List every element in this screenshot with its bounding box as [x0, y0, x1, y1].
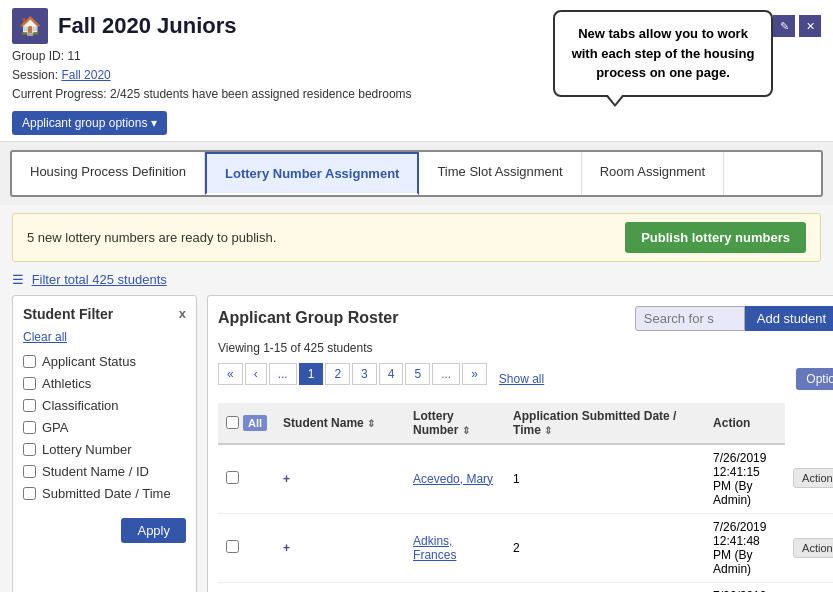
submitted-date-2: 7/26/2019 12:42:20 PM (By Admin): [705, 582, 785, 592]
tabs-row: Housing Process Definition Lottery Numbe…: [12, 152, 821, 195]
student-link-0[interactable]: Acevedo, Mary: [413, 472, 493, 486]
notice-text: 5 new lottery numbers are ready to publi…: [27, 230, 276, 245]
filter-item-submitted-date: Submitted Date / Time: [23, 486, 186, 501]
lottery-number-checkbox[interactable]: [23, 443, 36, 456]
row-expand-0[interactable]: +: [283, 472, 290, 486]
col-header-action: Action: [705, 403, 785, 444]
roster-table: All Student Name Lottery Number Applicat…: [218, 403, 833, 592]
tooltip-bubble: New tabs allow you to work with each ste…: [553, 10, 773, 97]
table-row: +Acevedo, Mary17/26/2019 12:41:15 PM (By…: [218, 444, 833, 514]
tab-lottery-number[interactable]: Lottery Number Assignment: [205, 152, 419, 195]
group-id-label: Group ID:: [12, 49, 64, 63]
col-header-date[interactable]: Application Submitted Date / Time: [505, 403, 705, 444]
pagination-right: Options ▾: [796, 368, 833, 390]
edit-button[interactable]: ✎: [773, 15, 795, 37]
tooltip-text: New tabs allow you to work with each ste…: [572, 26, 755, 80]
applicant-status-checkbox[interactable]: [23, 355, 36, 368]
actions-button-1[interactable]: Actions: [793, 538, 833, 558]
row-checkbox-1[interactable]: [226, 540, 239, 553]
classification-checkbox[interactable]: [23, 399, 36, 412]
group-id-value: 11: [67, 49, 80, 63]
filter-panel: Student Filter x Clear all Applicant Sta…: [12, 295, 197, 592]
page-4-button[interactable]: 4: [379, 363, 404, 385]
filter-item-applicant-status: Applicant Status: [23, 354, 186, 369]
page-3-button[interactable]: 3: [352, 363, 377, 385]
page-2-button[interactable]: 2: [325, 363, 350, 385]
table-row: +Aguilar, Sol37/26/2019 12:42:20 PM (By …: [218, 582, 833, 592]
apply-filter-button[interactable]: Apply: [121, 518, 186, 543]
row-checkbox-0[interactable]: [226, 471, 239, 484]
filter-icon: ☰: [12, 272, 24, 287]
lottery-number-2: 3: [505, 582, 705, 592]
app-icon: 🏠: [12, 8, 48, 44]
close-button[interactable]: ✕: [799, 15, 821, 37]
tabs-section: Housing Process Definition Lottery Numbe…: [10, 150, 823, 197]
filter-item-gpa: GPA: [23, 420, 186, 435]
student-link-1[interactable]: Adkins, Frances: [413, 534, 456, 562]
row-expand-1[interactable]: +: [283, 541, 290, 555]
roster-header: Applicant Group Roster Add student ▼: [218, 306, 833, 331]
page-5-button[interactable]: 5: [405, 363, 430, 385]
page-1-button[interactable]: 1: [299, 363, 324, 385]
filter-title: Student Filter: [23, 306, 113, 322]
filter-link-row: ☰ Filter total 425 students: [12, 272, 821, 287]
roster-search-area: Add student ▼: [635, 306, 833, 331]
col-header-name[interactable]: Student Name: [275, 403, 405, 444]
actions-button-0[interactable]: Actions: [793, 468, 833, 488]
filter-close-button[interactable]: x: [179, 306, 186, 321]
notice-bar: 5 new lottery numbers are ready to publi…: [12, 213, 821, 262]
search-input[interactable]: [635, 306, 745, 331]
main-columns: Student Filter x Clear all Applicant Sta…: [12, 295, 821, 592]
tab-housing-process[interactable]: Housing Process Definition: [12, 152, 205, 195]
lottery-number-0: 1: [505, 444, 705, 514]
submitted-date-1: 7/26/2019 12:41:48 PM (By Admin): [705, 513, 785, 582]
roster-title: Applicant Group Roster: [218, 309, 398, 327]
submitted-date-checkbox[interactable]: [23, 487, 36, 500]
page-title: Fall 2020 Juniors: [58, 13, 237, 39]
roster-panel: Applicant Group Roster Add student ▼ Vie…: [207, 295, 833, 592]
page-ellipsis-right: ...: [432, 363, 460, 385]
progress-text: Current Progress: 2/425 students have be…: [12, 87, 412, 101]
athletics-checkbox[interactable]: [23, 377, 36, 390]
page-prev-button[interactable]: ‹: [245, 363, 267, 385]
filter-item-athletics: Athletics: [23, 376, 186, 391]
col-header-check: All: [218, 403, 275, 444]
filter-item-classification: Classification: [23, 398, 186, 413]
tab-time-slot[interactable]: Time Slot Assignment: [419, 152, 581, 195]
gpa-checkbox[interactable]: [23, 421, 36, 434]
col-header-lottery[interactable]: Lottery Number: [405, 403, 505, 444]
page-next-button[interactable]: »: [462, 363, 487, 385]
content-area: 5 new lottery numbers are ready to publi…: [0, 205, 833, 592]
options-button[interactable]: Options ▾: [796, 368, 833, 390]
publish-lottery-button[interactable]: Publish lottery numbers: [625, 222, 806, 253]
page-first-button[interactable]: «: [218, 363, 243, 385]
tab-room-assignment[interactable]: Room Assignment: [582, 152, 725, 195]
page-ellipsis-left: ...: [269, 363, 297, 385]
submitted-date-0: 7/26/2019 12:41:15 PM (By Admin): [705, 444, 785, 514]
select-all-checkbox[interactable]: [226, 416, 239, 429]
group-options-button[interactable]: Applicant group options ▾: [12, 111, 167, 135]
student-name-checkbox[interactable]: [23, 465, 36, 478]
add-student-button[interactable]: Add student: [745, 306, 833, 331]
lottery-number-1: 2: [505, 513, 705, 582]
session-label: Session:: [12, 68, 58, 82]
filter-clear-link[interactable]: Clear all: [23, 330, 186, 344]
viewing-info: Viewing 1-15 of 425 students: [218, 341, 833, 355]
all-check-area: All: [226, 415, 267, 431]
all-label: All: [243, 415, 267, 431]
table-header-row: All Student Name Lottery Number Applicat…: [218, 403, 833, 444]
table-row: +Adkins, Frances27/26/2019 12:41:48 PM (…: [218, 513, 833, 582]
pagination: « ‹ ... 1 2 3 4 5 ... »: [218, 363, 487, 385]
filter-item-student-name: Student Name / ID: [23, 464, 186, 479]
filter-total-link[interactable]: Filter total 425 students: [32, 272, 167, 287]
filter-header: Student Filter x: [23, 306, 186, 322]
filter-item-lottery-number: Lottery Number: [23, 442, 186, 457]
show-all-link[interactable]: Show all: [499, 372, 544, 386]
page-header: 🏠 Fall 2020 Juniors ◄ ✎ ✕ Group ID: 11 S…: [0, 0, 833, 142]
session-link[interactable]: Fall 2020: [61, 68, 110, 82]
